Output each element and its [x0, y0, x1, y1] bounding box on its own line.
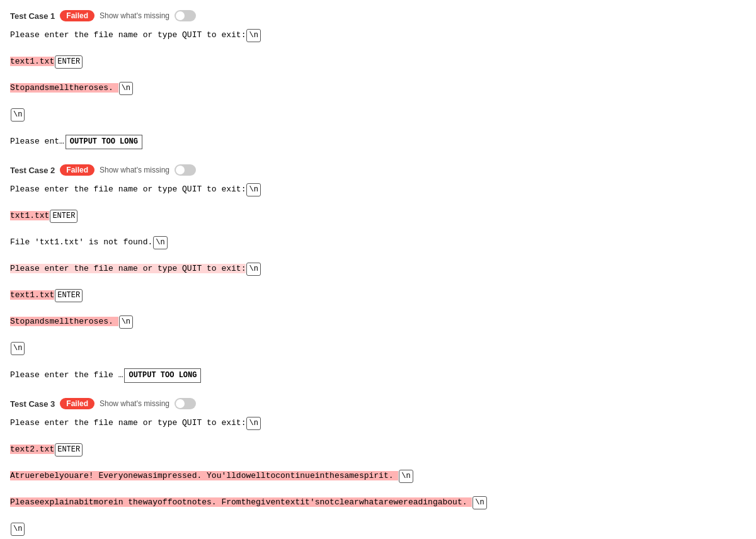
plain-line: File 'txt1.txt' is not found.\n	[10, 236, 746, 249]
output-long-text: Atruerebelyouare! Everyonewasimpressed. …	[10, 471, 398, 480]
show-missing-toggle-3[interactable]	[175, 398, 196, 409]
test-case-3: Test Case 3 Failed Show what's missing P…	[10, 398, 746, 539]
prompt-line: Please enter the file name or type QUIT …	[10, 183, 746, 196]
prompt-highlight-line: Please enter the file name or type QUIT …	[10, 263, 746, 276]
tag-newlinen: \n	[11, 523, 25, 536]
input-line: text2.txtENTER	[10, 443, 746, 457]
output-too-long-badge: OUTPUT TOO LONG	[66, 135, 142, 149]
test-label-1: Test Case 1	[10, 11, 55, 21]
newline-only: \n	[10, 523, 746, 536]
test-output-2: Please enter the file name or type QUIT …	[10, 183, 746, 383]
output-text: Stopandsmelltheroses.	[10, 317, 118, 326]
tag-newlinen: \n	[119, 82, 133, 95]
prompt-highlight-text: Please enter the file name or type QUIT …	[10, 264, 246, 273]
tag-newlinen: \n	[399, 470, 413, 483]
input-text: text1.txt	[10, 290, 54, 300]
tag-newlinen: \n	[246, 263, 260, 276]
truncated-line: Please ent…OUTPUT TOO LONG	[10, 135, 746, 149]
test-output-1: Please enter the file name or type QUIT …	[10, 29, 746, 149]
prompt-line: Please enter the file name or type QUIT …	[10, 29, 746, 42]
show-missing-toggle-2[interactable]	[175, 164, 196, 176]
output-too-long-badge: OUTPUT TOO LONG	[124, 368, 201, 383]
show-missing-label-3: Show what's missing	[100, 399, 169, 408]
output-long-line: Atruerebelyouare! Everyonewasimpressed. …	[10, 470, 746, 483]
show-missing-label-2: Show what's missing	[100, 166, 169, 174]
tag-newlinen: \n	[246, 417, 260, 430]
tag-newlinen: \n	[246, 183, 260, 196]
failed-badge-3: Failed	[60, 398, 94, 409]
input-text: text1.txt	[10, 57, 54, 66]
newline-only: \n	[10, 342, 746, 355]
tag-ENTER: ENTER	[55, 55, 83, 69]
test-case-1: Test Case 1 Failed Show what's missing P…	[10, 10, 746, 149]
tag-newlinen: \n	[11, 342, 25, 355]
truncated-line: Please enter the file …OUTPUT TOO LONG	[10, 368, 746, 383]
tag-newlinen: \n	[153, 236, 167, 249]
input-text: text2.txt	[10, 445, 54, 454]
input-line: txt1.txtENTER	[10, 210, 746, 223]
output-text: Stopandsmelltheroses.	[10, 83, 118, 93]
output-line: Stopandsmelltheroses. \n	[10, 82, 746, 95]
tag-ENTER: ENTER	[55, 443, 83, 457]
failed-badge-1: Failed	[60, 10, 94, 21]
tag-newlinen: \n	[119, 315, 133, 329]
output-line: Stopandsmelltheroses. \n	[10, 315, 746, 329]
input-line: text1.txtENTER	[10, 55, 746, 69]
input-text: txt1.txt	[10, 211, 49, 220]
tag-ENTER: ENTER	[50, 210, 77, 223]
test-header-1: Test Case 1 Failed Show what's missing	[10, 10, 746, 21]
output-long-text2: Pleaseexplainabitmorein thewayoffootnote…	[10, 497, 472, 507]
failed-badge-2: Failed	[60, 164, 94, 176]
input-line: text1.txtENTER	[10, 289, 746, 302]
test-output-3: Please enter the file name or type QUIT …	[10, 417, 746, 539]
tag-newlinen: \n	[472, 496, 486, 509]
show-missing-label-1: Show what's missing	[100, 11, 169, 20]
test-label-2: Test Case 2	[10, 166, 55, 175]
prompt-line: Please enter the file name or type QUIT …	[10, 417, 746, 430]
tag-ENTER: ENTER	[55, 289, 83, 302]
newline-only: \n	[10, 108, 746, 122]
tag-newlinen: \n	[246, 29, 260, 42]
test-header-2: Test Case 2 Failed Show what's missing	[10, 164, 746, 176]
test-header-3: Test Case 3 Failed Show what's missing	[10, 398, 746, 409]
show-missing-toggle-1[interactable]	[175, 10, 196, 21]
output-long-line2: Pleaseexplainabitmorein thewayoffootnote…	[10, 496, 746, 509]
tag-newlinen: \n	[11, 108, 25, 122]
test-case-2: Test Case 2 Failed Show what's missing P…	[10, 164, 746, 383]
test-label-3: Test Case 3	[10, 399, 55, 409]
